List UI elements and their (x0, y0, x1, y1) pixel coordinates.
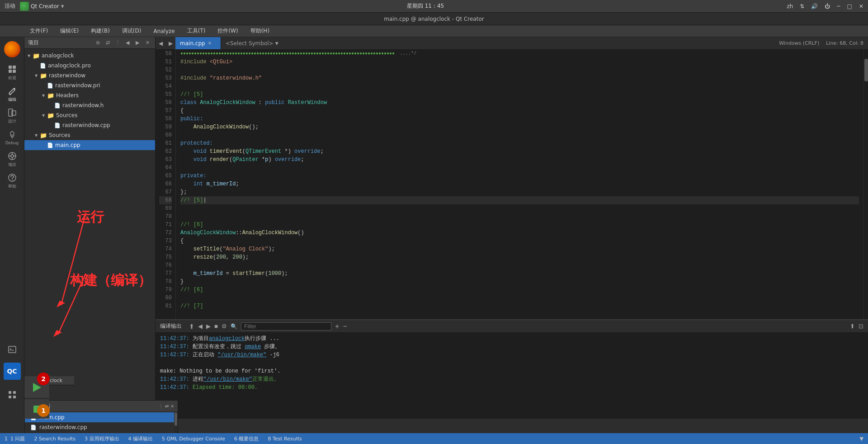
window-close[interactable]: ✕ (859, 3, 863, 9)
status-test-results[interactable]: 8 Test Results (268, 436, 302, 442)
open-docs-options[interactable]: ⋮ (159, 404, 163, 409)
activity-label[interactable]: 活动 (5, 2, 15, 10)
tree-item-main-cpp[interactable]: ▶ 📄 main.cpp (24, 140, 155, 150)
filter-input[interactable] (241, 322, 331, 331)
line-col: Line: 68, Col: 8 (826, 40, 863, 46)
open-doc-rasterwindow-cpp[interactable]: 📄 rasterwindow.cpp (25, 422, 178, 432)
sidebar-item-project[interactable]: 项目 (2, 149, 23, 170)
back-nav-btn[interactable]: ◀ (123, 39, 132, 47)
project-panel-toolbar: ⊜ ⇄ ⋮ ◀ ▶ ✕ (94, 39, 151, 47)
build-panel-export[interactable]: ⬆ (189, 323, 194, 330)
debug-label: Debug (5, 141, 19, 145)
code-content[interactable]: ●●●●●●●●●●●●●●●●●●●●●●●●●●●●●●●●●●●●●●●●… (176, 50, 863, 319)
build-panel-add[interactable]: + (335, 322, 339, 331)
volume-icon[interactable]: 🔊 (811, 3, 818, 9)
forward-nav-btn[interactable]: ▶ (133, 39, 142, 47)
open-docs-close[interactable]: ✕ (170, 404, 174, 409)
tree-item-rasterwindow-pri[interactable]: ▶ 📄 rasterwindow.pri (24, 80, 155, 90)
open-docs-toolbar: ⋮ ⇄ ✕ (159, 404, 174, 409)
menu-item-file[interactable]: 文件(F) (27, 26, 51, 36)
menu-item-build[interactable]: 构建(B) (88, 26, 113, 36)
build-panel-minus[interactable]: − (343, 322, 347, 331)
open-docs-sync[interactable]: ⇄ (165, 404, 169, 409)
system-clock: 星期四 11：45 (407, 2, 444, 10)
editor-tab-main[interactable]: main.cpp ✕ (175, 37, 221, 49)
status-search[interactable]: 2 Search Results (34, 436, 76, 442)
close-panel-btn[interactable]: ✕ (143, 39, 151, 47)
tree-item-rasterwindow-cpp[interactable]: ▶ 📄 rasterwindow.cpp (24, 120, 155, 130)
status-qml-debugger[interactable]: 5 QML Debugger Console (162, 436, 225, 442)
sidebar-item-apps[interactable] (2, 384, 23, 405)
filter-btn[interactable]: ⊜ (94, 39, 102, 47)
build-line-make: make: Nothing to be done for 'first'. (160, 367, 863, 375)
tree-item-sources-top[interactable]: ▼ 📁 Sources (24, 130, 155, 140)
build-line-blank (160, 359, 863, 367)
window-titlebar: main.cpp @ analogclock - Qt Creator (0, 13, 868, 25)
system-bar: 活动 Qt Creator ▼ 星期四 11：45 zh ⇅ 🔊 ⏻ ─ □ ✕ (0, 0, 868, 13)
sidebar-item-edit[interactable]: 编辑 (2, 84, 23, 104)
editor-scrollbar[interactable] (863, 50, 868, 319)
svg-rect-3 (13, 70, 16, 73)
svg-rect-0 (9, 66, 12, 69)
tree-item-analogclock-pro[interactable]: ▶ 📄 analogclock.pro (24, 61, 155, 71)
build-panel-stop[interactable]: ■ (214, 323, 218, 330)
project-tree: ▼ 📁 analogclock ▶ 📄 analogclock.pro ▼ 📁 … (24, 49, 155, 419)
status-issues[interactable]: 11 问题 (5, 435, 25, 442)
svg-point-10 (11, 155, 14, 157)
build-panel: 编译输出 ⬆ ◀ ▶ ■ ⚙ 🔍 + − ⬆ ⊡ 11:42:37: 为项目an… (156, 319, 868, 419)
menu-item-tools[interactable]: 工具(T) (184, 26, 208, 36)
options-btn[interactable]: ⋮ (113, 39, 122, 47)
svg-rect-2 (9, 70, 12, 73)
menu-item-widgets[interactable]: 控件(W) (215, 26, 241, 36)
build-panel-settings[interactable]: ⚙ (222, 323, 227, 330)
build-panel-next[interactable]: ▶ (206, 323, 211, 330)
sync-btn[interactable]: ⇄ (104, 39, 112, 47)
svg-point-7 (10, 132, 14, 135)
sidebar-item-qc[interactable]: QC (4, 363, 21, 380)
build-line-1: 11:42:37: 为项目analogclock执行步骤 ... (160, 335, 863, 343)
menu-item-analyze[interactable]: Analyze (151, 27, 177, 35)
tree-item-rasterwindow-h[interactable]: ▶ 📄 rasterwindow.h (24, 100, 155, 110)
tab-close[interactable]: ✕ (208, 41, 212, 46)
menu-item-help[interactable]: 帮助(H) (248, 26, 272, 36)
tree-item-headers[interactable]: ▼ 📁 Headers (24, 90, 155, 100)
build-line-3: 11:42:37: 正在启动 "/usr/bin/make" -j6 (160, 351, 863, 359)
svg-rect-19 (9, 391, 11, 394)
system-bar-right: zh ⇅ 🔊 ⏻ ─ □ ✕ (787, 3, 863, 9)
status-app-output[interactable]: 3 应用程序输出 (85, 435, 119, 442)
network-icon: ⇅ (800, 3, 804, 9)
sidebar-item-design[interactable]: 设计 (2, 105, 23, 126)
project-label: 项目 (8, 162, 16, 168)
build-line-5: 11:42:37: 进程"/usr/bin/make"正常退出。 (160, 375, 863, 383)
build-panel-collapse[interactable]: ⬆ (850, 323, 855, 330)
tree-item-rasterwindow[interactable]: ▼ 📁 rasterwindow (24, 71, 155, 80)
build-panel-header: 编译输出 ⬆ ◀ ▶ ■ ⚙ 🔍 + − ⬆ ⊡ (156, 320, 868, 333)
nav-back[interactable]: ◀ (156, 37, 165, 50)
nav-forward[interactable]: ▶ (165, 37, 175, 50)
status-build-output[interactable]: 4 编译输出 (128, 435, 153, 442)
sidebar-item-terminal[interactable] (2, 339, 23, 360)
app-name[interactable]: Qt Creator (31, 3, 59, 9)
window-maximize[interactable]: □ (847, 3, 852, 9)
build-output: 11:42:37: 为项目analogclock执行步骤 ... 11:42:3… (156, 333, 868, 419)
window-minimize[interactable]: ─ (837, 3, 840, 9)
build-panel-float[interactable]: ⊡ (859, 323, 863, 330)
status-bar: 11 问题 2 Search Results 3 应用程序输出 4 编译输出 5… (0, 433, 868, 444)
tree-item-analogclock[interactable]: ▼ 📁 analogclock (24, 51, 155, 61)
symbol-selector[interactable]: <Select Symbol> ▼ (221, 37, 774, 49)
status-summary[interactable]: 6 概要信息 (234, 435, 259, 442)
chevron-down-icon[interactable]: ▼ (860, 436, 863, 442)
firefox-icon[interactable] (4, 41, 20, 57)
build-panel-prev[interactable]: ◀ (198, 323, 203, 330)
sidebar-item-debug[interactable]: Debug (2, 127, 23, 148)
sidebar-item-welcome[interactable]: 欢迎 (2, 62, 23, 83)
dropdown-arrow[interactable]: ▼ (61, 4, 64, 9)
menu-item-edit[interactable]: 编辑(E) (57, 26, 81, 36)
open-docs-scrollbar[interactable] (174, 411, 178, 433)
menu-item-debug[interactable]: 调试(D) (119, 26, 144, 36)
tree-item-sources-rasterwindow[interactable]: ▼ 📁 Sources (24, 110, 155, 120)
sidebar-item-help[interactable]: 帮助 (2, 170, 23, 191)
line-ending[interactable]: Windows (CRLF) (779, 40, 819, 46)
power-icon[interactable]: ⏻ (825, 3, 830, 9)
qt-icon (20, 2, 29, 11)
